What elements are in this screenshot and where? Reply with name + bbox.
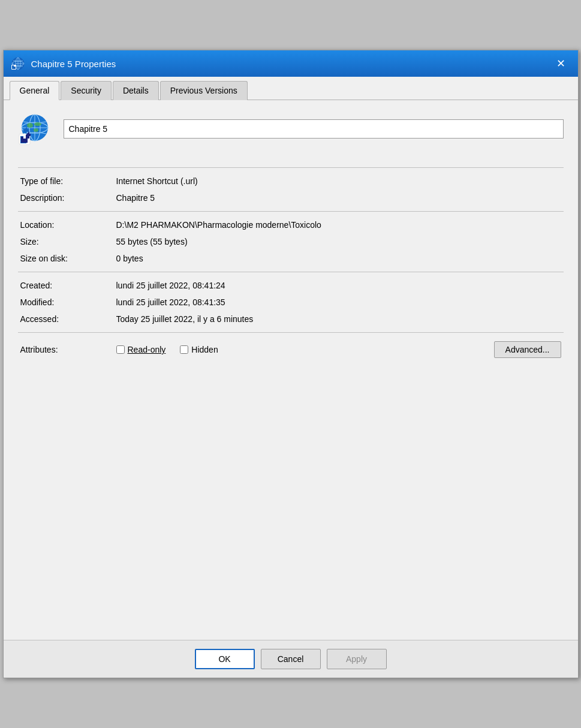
- cancel-button[interactable]: Cancel: [261, 649, 321, 669]
- file-type-icon: [18, 112, 52, 146]
- size-label: Size:: [20, 237, 116, 246]
- prop-row-size-on-disk: Size on disk: 0 bytes: [18, 254, 564, 263]
- divider-4: [18, 332, 564, 333]
- svg-point-14: [34, 128, 38, 132]
- modified-value: lundi 25 juillet 2022, 08:41:35: [116, 297, 225, 307]
- attributes-controls: Read-only Hidden Advanced...: [116, 341, 561, 358]
- hidden-checkbox[interactable]: [180, 345, 188, 354]
- tab-details[interactable]: Details: [113, 81, 159, 100]
- tab-previous-versions[interactable]: Previous Versions: [160, 81, 248, 100]
- description-label: Description:: [20, 193, 116, 203]
- type-value: Internet Shortcut (.url): [116, 176, 198, 186]
- close-button[interactable]: ✕: [552, 55, 571, 72]
- divider-2: [18, 211, 564, 212]
- divider-3: [18, 272, 564, 272]
- created-value: lundi 25 juillet 2022, 08:41:24: [116, 281, 225, 290]
- location-label: Location:: [20, 220, 116, 230]
- prop-row-type: Type of file: Internet Shortcut (.url): [18, 176, 564, 186]
- tab-security[interactable]: Security: [61, 81, 112, 100]
- bottom-bar: OK Cancel Apply: [4, 640, 578, 678]
- accessed-label: Accessed:: [20, 314, 116, 324]
- accessed-value: Today 25 juillet 2022, il y a 6 minutes: [116, 314, 254, 324]
- prop-row-location: Location: D:\M2 PHARMAKON\Pharmacologie …: [18, 220, 564, 230]
- advanced-button[interactable]: Advanced...: [494, 341, 561, 358]
- type-label: Type of file:: [20, 176, 116, 186]
- tab-content-general: Type of file: Internet Shortcut (.url) D…: [4, 100, 578, 640]
- divider-1: [18, 167, 564, 168]
- window-title: Chapitre 5 Properties: [31, 59, 116, 69]
- hidden-checkbox-item[interactable]: Hidden: [180, 345, 218, 354]
- apply-button[interactable]: Apply: [327, 649, 387, 669]
- file-header: [18, 112, 564, 155]
- tab-bar: General Security Details Previous Versio…: [4, 77, 578, 100]
- size-on-disk-value: 0 bytes: [116, 254, 143, 263]
- prop-row-attributes: Attributes: Read-only Hidden Advanced...: [18, 341, 564, 358]
- title-bar-icon: [11, 56, 25, 71]
- created-label: Created:: [20, 281, 116, 290]
- prop-row-modified: Modified: lundi 25 juillet 2022, 08:41:3…: [18, 297, 564, 307]
- location-value: D:\M2 PHARMAKON\Pharmacologie moderne\To…: [116, 220, 321, 230]
- modified-label: Modified:: [20, 297, 116, 307]
- description-value: Chapitre 5: [116, 193, 155, 203]
- ok-button[interactable]: OK: [195, 649, 255, 669]
- tab-general[interactable]: General: [10, 81, 60, 100]
- size-value: 55 bytes (55 bytes): [116, 237, 188, 246]
- hidden-label: Hidden: [191, 345, 218, 354]
- svg-point-12: [27, 123, 33, 128]
- file-name-input[interactable]: [64, 119, 564, 139]
- title-bar: Chapitre 5 Properties ✕: [4, 50, 578, 77]
- prop-row-accessed: Accessed: Today 25 juillet 2022, il y a …: [18, 314, 564, 324]
- title-bar-left: Chapitre 5 Properties: [11, 56, 116, 71]
- prop-row-created: Created: lundi 25 juillet 2022, 08:41:24: [18, 281, 564, 290]
- readonly-checkbox[interactable]: [116, 345, 125, 354]
- prop-row-size: Size: 55 bytes (55 bytes): [18, 237, 564, 246]
- size-on-disk-label: Size on disk:: [20, 254, 116, 263]
- attributes-label: Attributes:: [20, 345, 116, 354]
- properties-window: Chapitre 5 Properties ✕ General Security…: [3, 50, 579, 678]
- prop-row-description: Description: Chapitre 5: [18, 193, 564, 203]
- readonly-checkbox-item[interactable]: Read-only: [116, 345, 166, 354]
- readonly-label: Read-only: [128, 345, 166, 354]
- svg-point-13: [34, 122, 41, 126]
